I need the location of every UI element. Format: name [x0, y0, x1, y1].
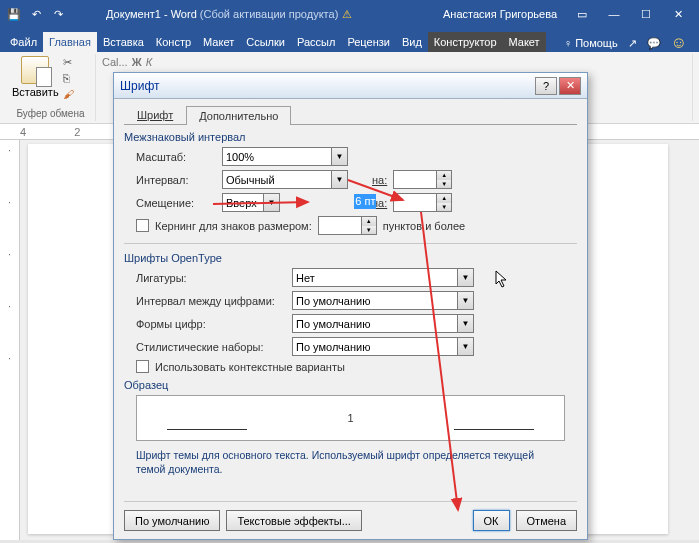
preview-box: 1: [136, 395, 565, 441]
font-name-box[interactable]: Cal...: [102, 56, 128, 68]
chevron-down-icon[interactable]: ▼: [457, 292, 473, 309]
stylistic-sets-label: Стилистические наборы:: [136, 341, 286, 353]
tab-table-layout[interactable]: Макет: [503, 32, 546, 52]
dialog-titlebar[interactable]: Шрифт ? ✕: [114, 73, 587, 99]
spin-up-icon[interactable]: ▲: [362, 217, 376, 226]
spacing-by-input[interactable]: [394, 171, 436, 188]
number-forms-label: Формы цифр:: [136, 318, 286, 330]
spin-down-icon[interactable]: ▼: [362, 226, 376, 235]
kerning-spinner[interactable]: ▲▼: [318, 216, 377, 235]
tab-insert[interactable]: Вставка: [97, 32, 150, 52]
dialog-tabs: Шрифт Дополнительно: [124, 105, 577, 125]
tab-file[interactable]: Файл: [4, 32, 43, 52]
bold-button[interactable]: Ж: [132, 56, 142, 68]
text-effects-button[interactable]: Текстовые эффекты...: [226, 510, 362, 531]
ligatures-input[interactable]: [293, 269, 457, 286]
position-label: Смещение:: [136, 197, 216, 209]
tab-mailings[interactable]: Рассыл: [291, 32, 341, 52]
tab-references[interactable]: Ссылки: [240, 32, 291, 52]
redo-icon[interactable]: ↷: [50, 6, 66, 22]
warning-icon: ⚠: [342, 8, 352, 21]
italic-button[interactable]: К: [146, 56, 152, 68]
scale-combo[interactable]: ▼: [222, 147, 348, 166]
close-icon[interactable]: ✕: [663, 4, 693, 24]
chevron-down-icon[interactable]: ▼: [457, 315, 473, 332]
opentype-group: Шрифты OpenType: [124, 252, 577, 264]
mouse-cursor-icon: [495, 270, 511, 290]
stylistic-sets-combo[interactable]: ▼: [292, 337, 474, 356]
clipboard-group-label: Буфер обмена: [12, 108, 89, 119]
spacing-input[interactable]: [223, 171, 331, 188]
format-painter-icon[interactable]: 🖌: [63, 88, 81, 102]
position-input[interactable]: [223, 194, 263, 211]
spacing-combo[interactable]: ▼: [222, 170, 348, 189]
kerning-label: Кернинг для знаков размером:: [155, 220, 312, 232]
cancel-button[interactable]: Отмена: [516, 510, 577, 531]
ligatures-label: Лигатуры:: [136, 272, 286, 284]
contextual-checkbox[interactable]: [136, 360, 149, 373]
paste-button[interactable]: Вставить: [12, 56, 59, 102]
position-by-value-selected: 6 пт: [354, 194, 376, 209]
help-label[interactable]: ♀ Помощь: [564, 37, 618, 49]
ribbon-tabs: Файл Главная Вставка Констр Макет Ссылки…: [0, 28, 699, 52]
spacing-by-label: на:: [372, 174, 387, 186]
spacing-by-spinner[interactable]: ▲▼: [393, 170, 452, 189]
kerning-input[interactable]: [319, 217, 361, 234]
chevron-down-icon[interactable]: ▼: [457, 338, 473, 355]
number-forms-combo[interactable]: ▼: [292, 314, 474, 333]
window-controls: ▭ — ☐ ✕: [567, 4, 693, 24]
tab-layout[interactable]: Макет: [197, 32, 240, 52]
spin-down-icon[interactable]: ▼: [437, 203, 451, 212]
chevron-down-icon[interactable]: ▼: [263, 194, 279, 211]
spin-up-icon[interactable]: ▲: [437, 171, 451, 180]
tab-design[interactable]: Констр: [150, 32, 197, 52]
scale-label: Масштаб:: [136, 151, 216, 163]
font-dialog: Шрифт ? ✕ Шрифт Дополнительно Межзнаковы…: [113, 72, 588, 540]
dialog-title: Шрифт: [120, 79, 159, 93]
spin-up-icon[interactable]: ▲: [437, 194, 451, 203]
number-spacing-label: Интервал между цифрами:: [136, 295, 286, 307]
number-spacing-input[interactable]: [293, 292, 457, 309]
save-icon[interactable]: 💾: [6, 6, 22, 22]
number-forms-input[interactable]: [293, 315, 457, 332]
contextual-label: Использовать контекстные варианты: [155, 361, 345, 373]
position-by-spinner[interactable]: 6 пт ▲▼: [393, 193, 452, 212]
ribbon-display-icon[interactable]: ▭: [567, 4, 597, 24]
user-name[interactable]: Анастасия Григорьева: [443, 8, 557, 20]
cut-icon[interactable]: ✂: [63, 56, 81, 70]
smiley-icon[interactable]: ☺: [671, 34, 687, 52]
chevron-down-icon[interactable]: ▼: [331, 171, 347, 188]
tab-home[interactable]: Главная: [43, 32, 97, 52]
feedback-icon[interactable]: 💬: [647, 37, 661, 50]
number-spacing-combo[interactable]: ▼: [292, 291, 474, 310]
stylistic-sets-input[interactable]: [293, 338, 457, 355]
vertical-ruler[interactable]: ·····: [0, 140, 20, 540]
tab-table-design[interactable]: Конструктор: [428, 32, 503, 52]
ok-button[interactable]: ОК: [473, 510, 510, 531]
position-by-input[interactable]: [394, 194, 436, 211]
maximize-icon[interactable]: ☐: [631, 4, 661, 24]
chevron-down-icon[interactable]: ▼: [331, 148, 347, 165]
copy-icon[interactable]: ⎘: [63, 72, 81, 86]
position-combo[interactable]: ▼: [222, 193, 280, 212]
dialog-close-icon[interactable]: ✕: [559, 77, 581, 95]
minimize-icon[interactable]: —: [599, 4, 629, 24]
scale-input[interactable]: [223, 148, 331, 165]
kerning-checkbox[interactable]: [136, 219, 149, 232]
spin-down-icon[interactable]: ▼: [437, 180, 451, 189]
tab-review[interactable]: Рецензи: [341, 32, 396, 52]
spacing-label: Интервал:: [136, 174, 216, 186]
paste-icon: [21, 56, 49, 84]
preview-hint: Шрифт темы для основного текста. Использ…: [124, 445, 577, 480]
tab-font-page[interactable]: Шрифт: [124, 105, 186, 124]
tab-view[interactable]: Вид: [396, 32, 428, 52]
undo-icon[interactable]: ↶: [28, 6, 44, 22]
set-default-button[interactable]: По умолчанию: [124, 510, 220, 531]
kerning-after-label: пунктов и более: [383, 220, 465, 232]
tab-advanced-page[interactable]: Дополнительно: [186, 106, 291, 125]
share-icon[interactable]: ↗: [628, 37, 637, 50]
chevron-down-icon[interactable]: ▼: [457, 269, 473, 286]
preview-text: 1: [347, 412, 353, 424]
dialog-help-icon[interactable]: ?: [535, 77, 557, 95]
ligatures-combo[interactable]: ▼: [292, 268, 474, 287]
